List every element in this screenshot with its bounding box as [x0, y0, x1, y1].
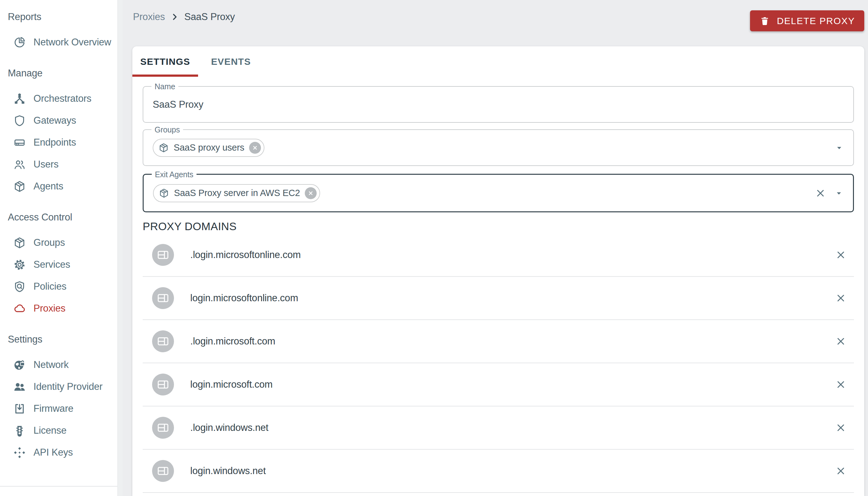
- sidebar-section-access-control: Access Control Groups Services Policies …: [0, 211, 117, 320]
- exit-agent-chip-label: SaaS Proxy server in AWS EC2: [174, 188, 300, 198]
- remove-domain-button[interactable]: [834, 464, 848, 478]
- sidebar-item-network[interactable]: Network: [0, 354, 117, 376]
- groups-field[interactable]: Groups SaaS proxy users: [143, 129, 854, 166]
- domain-label: .login.microsoftonline.com: [190, 249, 301, 261]
- sidebar-section-header: Reports: [8, 11, 117, 23]
- close-icon: [815, 188, 826, 199]
- globe-lock-icon: [13, 358, 26, 371]
- web-icon: [157, 378, 170, 391]
- sidebar-item-gateways[interactable]: Gateways: [0, 110, 117, 131]
- sidebar-item-firmware[interactable]: Firmware: [0, 398, 117, 420]
- exit-agents-dropdown-caret[interactable]: [834, 188, 843, 198]
- sidebar-section-manage: Manage Orchestrators Gateways Endpoints …: [0, 67, 117, 197]
- remove-domain-button[interactable]: [834, 291, 848, 305]
- domain-label: login.microsoft.com: [190, 379, 273, 390]
- sidebar-item-services[interactable]: Services: [0, 254, 117, 276]
- domain-label: .login.windows.net: [190, 422, 269, 433]
- domain-row: login.windows.net: [143, 450, 854, 493]
- group-chip: SaaS proxy users: [153, 139, 264, 157]
- shield-search-icon: [13, 280, 26, 293]
- sidebar-item-label: Gateways: [33, 115, 76, 126]
- close-icon: [835, 336, 847, 347]
- sidebar-item-label: Proxies: [33, 303, 65, 314]
- sidebar-item-users[interactable]: Users: [0, 153, 117, 175]
- users-icon: [13, 158, 26, 171]
- name-input[interactable]: [153, 99, 806, 110]
- sidebar-item-network-overview[interactable]: Network Overview: [0, 31, 117, 53]
- domain-row: login.microsoftonline.com: [143, 277, 854, 320]
- remove-domain-button[interactable]: [834, 421, 848, 435]
- exit-agents-clear-button[interactable]: [815, 188, 826, 199]
- sidebar-item-policies[interactable]: Policies: [0, 276, 117, 297]
- pie-chart-icon: [13, 36, 26, 49]
- close-icon: [835, 422, 847, 433]
- sidebar-item-label: Endpoints: [33, 137, 76, 148]
- domain-label: login.windows.net: [190, 465, 266, 477]
- domain-row: .login.windows.net: [143, 406, 854, 450]
- cube-icon: [159, 188, 169, 199]
- close-icon: [308, 190, 314, 196]
- proxy-domains-heading: PROXY DOMAINS: [143, 219, 854, 234]
- domain-avatar: [152, 330, 174, 352]
- sidebar-item-label: API Keys: [33, 447, 73, 458]
- sidebar-item-endpoints[interactable]: Endpoints: [0, 131, 117, 153]
- delete-proxy-label: DELETE PROXY: [777, 16, 855, 26]
- sidebar-scrollbar[interactable]: [117, 0, 123, 496]
- remove-domain-button[interactable]: [834, 248, 848, 262]
- sidebar-item-label: Network Overview: [33, 37, 111, 48]
- topbar: Proxies SaaS Proxy DELETE PROXY: [123, 0, 868, 46]
- sidebar-item-label: Services: [33, 259, 70, 270]
- caret-down-icon: [834, 188, 843, 198]
- proxy-settings-card: SETTINGS EVENTS Name Groups SaaS proxy u…: [132, 46, 864, 496]
- tab-events[interactable]: EVENTS: [198, 46, 264, 77]
- domain-avatar: [152, 374, 174, 396]
- remove-exit-agent-chip-button[interactable]: [305, 187, 317, 199]
- remove-group-chip-button[interactable]: [249, 142, 261, 154]
- close-icon: [835, 379, 847, 390]
- domain-row: login.microsoft.com: [143, 363, 854, 406]
- orchestrator-icon: [13, 92, 26, 105]
- exit-agent-chip: SaaS Proxy server in AWS EC2: [153, 184, 320, 202]
- name-field: Name: [143, 86, 854, 123]
- sidebar-item-groups[interactable]: Groups: [0, 232, 117, 254]
- exit-agents-field-label: Exit Agents: [152, 170, 196, 179]
- remove-domain-button[interactable]: [834, 335, 848, 348]
- cloud-icon: [13, 302, 26, 315]
- trash-icon: [759, 16, 770, 26]
- domain-label: login.microsoftonline.com: [190, 293, 298, 304]
- sidebar-item-label: Users: [33, 159, 59, 170]
- sidebar-section-header: Access Control: [8, 211, 117, 223]
- web-icon: [157, 421, 170, 434]
- sidebar-item-label: Groups: [33, 237, 65, 248]
- caret-down-icon: [835, 143, 844, 153]
- delete-proxy-button[interactable]: DELETE PROXY: [750, 10, 864, 31]
- sidebar-item-label: Orchestrators: [33, 93, 91, 104]
- sidebar-item-orchestrators[interactable]: Orchestrators: [0, 88, 117, 110]
- remove-domain-button[interactable]: [834, 378, 848, 391]
- web-icon: [157, 335, 170, 348]
- breadcrumb-link-proxies[interactable]: Proxies: [133, 11, 165, 22]
- domain-label: .login.microsoft.com: [190, 336, 275, 347]
- sidebar-item-api-keys[interactable]: API Keys: [0, 441, 117, 463]
- tab-settings[interactable]: SETTINGS: [132, 46, 198, 77]
- cube-icon: [13, 236, 26, 249]
- close-icon: [835, 249, 847, 261]
- web-icon: [157, 292, 170, 305]
- package-icon: [13, 180, 26, 193]
- web-icon: [157, 248, 170, 262]
- sidebar-item-identity-provider[interactable]: Identity Provider: [0, 376, 117, 398]
- sidebar-item-proxies[interactable]: Proxies: [0, 297, 117, 320]
- sidebar-bottom-divider: [0, 486, 117, 486]
- domain-avatar: [152, 244, 174, 266]
- sidebar-item-label: Agents: [33, 181, 63, 192]
- sidebar-section-reports: Reports Network Overview: [0, 11, 117, 53]
- sidebar-section-header: Manage: [8, 67, 117, 79]
- sidebar-item-license[interactable]: License: [0, 420, 117, 441]
- exit-agents-field[interactable]: Exit Agents SaaS Proxy server in AWS EC2: [143, 174, 854, 212]
- domain-row: .login.microsoftonline.com: [143, 234, 854, 277]
- cube-icon: [158, 142, 169, 153]
- sidebar-item-agents[interactable]: Agents: [0, 175, 117, 197]
- groups-dropdown-caret[interactable]: [835, 143, 844, 153]
- gear-icon: [13, 258, 26, 271]
- sidebar-item-label: Firmware: [33, 403, 74, 414]
